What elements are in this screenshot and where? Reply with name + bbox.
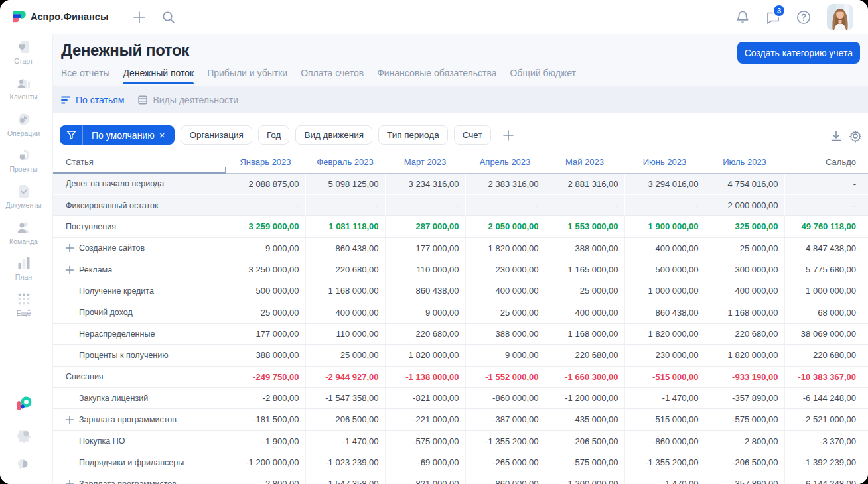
value-cell: 230 000,00 — [624, 345, 705, 366]
saldo-cell: 5 775 680,00 — [784, 259, 868, 280]
saldo-cell: - — [784, 194, 868, 215]
sidebar-item-8[interactable]: Ещё — [0, 291, 47, 317]
value-cell: - — [465, 194, 545, 215]
column-header-month-6[interactable]: Июнь 2023 — [624, 151, 705, 173]
row-label: Получение кредита — [53, 280, 226, 302]
tab-5[interactable]: Финансовые обязательства — [377, 68, 496, 86]
projects-icon — [16, 147, 32, 163]
value-cell: - — [226, 194, 305, 215]
table-settings-gear-icon[interactable] — [849, 129, 862, 143]
value-cell: 1 820 000,00 — [465, 237, 545, 259]
value-cell: - — [385, 194, 465, 215]
user-avatar[interactable] — [827, 4, 853, 30]
value-cell: 1 820 000,00 — [705, 345, 784, 366]
sidebar-item-7[interactable]: План — [0, 255, 47, 281]
value-cell: 2 881 316,00 — [545, 173, 624, 194]
sidebar-item-label: Операции — [7, 129, 40, 137]
sidebar-brand-icon[interactable] — [0, 396, 47, 413]
tab-2[interactable]: Денежный поток — [123, 68, 194, 86]
value-cell: 220 680,00 — [385, 323, 465, 344]
expand-plus-icon[interactable] — [65, 243, 74, 253]
value-cell: -860 000,00 — [465, 473, 545, 484]
help-icon[interactable] — [796, 9, 812, 25]
row-label: Реклама — [53, 259, 226, 280]
download-icon[interactable] — [830, 129, 843, 143]
sidebar-item-label: Ещё — [17, 309, 31, 317]
column-header-month-1[interactable]: Январь 2023 — [226, 151, 305, 173]
value-cell: 400 000,00 — [465, 280, 545, 302]
value-cell: -575 000,00 — [545, 452, 624, 473]
sidebar-item-5[interactable]: Документы — [0, 183, 47, 209]
plan-icon — [16, 255, 32, 271]
column-header-month-4[interactable]: Апрель 2023 — [465, 151, 545, 173]
saldo-cell: 49 760 118,00 — [784, 216, 868, 237]
tab-1[interactable]: Все отчёты — [61, 68, 109, 86]
value-cell: 25 000,00 — [305, 345, 385, 366]
sidebar-support-chat-icon[interactable] — [0, 457, 47, 472]
sidebar-item-6[interactable]: Команда — [0, 219, 47, 245]
filter-chips: По умолчанию × ОрганизацияГодВид движени… — [60, 125, 516, 145]
column-header-month-2[interactable]: Февраль 2023 — [305, 151, 385, 173]
tab-4[interactable]: Оплата счетов — [301, 68, 364, 86]
value-cell: 388 000,00 — [226, 345, 305, 366]
value-cell: 1 553 000,00 — [545, 216, 624, 237]
sidebar-settings-gear-icon[interactable] — [0, 428, 47, 443]
sidebar-item-2[interactable]: Клиенты — [0, 75, 47, 101]
table-row: Прочий доход25 000,00400 000,009 000,002… — [53, 302, 868, 323]
column-header-month-3[interactable]: Март 2023 — [385, 151, 465, 173]
sidebar-item-3[interactable]: Операции — [0, 111, 47, 137]
sidebar-item-4[interactable]: Проекты — [0, 147, 47, 173]
row-label: Денег на начало периода — [53, 173, 226, 194]
saldo-cell: -1 392 239,00 — [784, 452, 868, 473]
active-filter-chip-body: По умолчанию × — [83, 125, 175, 145]
value-cell: 25 000,00 — [545, 280, 624, 302]
value-cell: -265 000,00 — [465, 452, 545, 473]
value-cell: 400 000,00 — [624, 237, 705, 259]
value-cell: 860 438,00 — [305, 237, 385, 259]
value-cell: -181 500,00 — [226, 409, 305, 430]
sidebar-item-1[interactable]: Старт — [0, 39, 47, 65]
expand-plus-icon[interactable] — [65, 415, 74, 424]
value-cell: -221 000,00 — [385, 409, 465, 430]
filter-chip-4[interactable]: Тип периода — [378, 125, 448, 145]
column-header-month-7[interactable]: Июль 2023 — [705, 151, 784, 173]
notifications-bell-icon[interactable] — [735, 9, 751, 25]
expand-plus-icon[interactable] — [65, 265, 74, 274]
tab-3[interactable]: Прибыли и убытки — [207, 68, 287, 86]
filter-chip-2[interactable]: Год — [258, 125, 290, 145]
value-cell: 220 680,00 — [545, 345, 624, 366]
value-cell: -1 355 200,00 — [465, 430, 545, 452]
active-filter-chip[interactable]: По умолчанию × — [60, 125, 175, 145]
expand-plus-icon[interactable] — [65, 479, 74, 484]
create-category-button[interactable]: Создать категорию учета — [737, 42, 860, 64]
table-row: Покупка ПО-1 900,00-1 470,00-575 000,00-… — [53, 430, 868, 452]
value-cell: 177 000,00 — [385, 237, 465, 259]
table-body: Денег на начало периода2 088 875,005 098… — [53, 173, 868, 484]
messages-badge: 3 — [772, 4, 786, 17]
value-cell: -1 900,00 — [226, 430, 305, 452]
tab-6[interactable]: Общий бюджет — [510, 68, 575, 86]
value-cell: -357 890,00 — [705, 473, 784, 484]
view-switch-1[interactable]: По статьям — [60, 95, 124, 105]
clear-filter-icon[interactable]: × — [159, 130, 165, 140]
filter-chip-5[interactable]: Счет — [454, 125, 491, 145]
add-icon[interactable] — [131, 9, 147, 25]
search-icon[interactable] — [161, 9, 177, 25]
view-switch-2[interactable]: Виды деятельности — [137, 95, 238, 105]
value-cell: 1 000 000,00 — [624, 280, 705, 302]
value-cell: -2 800,00 — [226, 387, 305, 408]
value-cell: -2 800,00 — [226, 473, 305, 484]
filter-chip-1[interactable]: Организация — [181, 125, 252, 145]
value-cell: 1 168 000,00 — [545, 323, 624, 344]
column-header-saldo: Сальдо — [784, 151, 868, 173]
row-label: Зарплата программистов — [53, 473, 226, 484]
add-filter-icon[interactable] — [500, 127, 516, 143]
value-cell: 2 088 875,00 — [226, 173, 305, 194]
value-cell: 400 000,00 — [545, 302, 624, 323]
value-cell: 400 000,00 — [705, 280, 784, 302]
saldo-cell: -6 144 248,00 — [784, 473, 868, 484]
table-row: Зарплата программистов-2 800,00-1 547 35… — [53, 473, 868, 484]
column-header-month-5[interactable]: Май 2023 — [545, 151, 624, 173]
brand[interactable]: Аспро.Финансы — [11, 8, 108, 25]
filter-chip-3[interactable]: Вид движения — [295, 125, 372, 145]
